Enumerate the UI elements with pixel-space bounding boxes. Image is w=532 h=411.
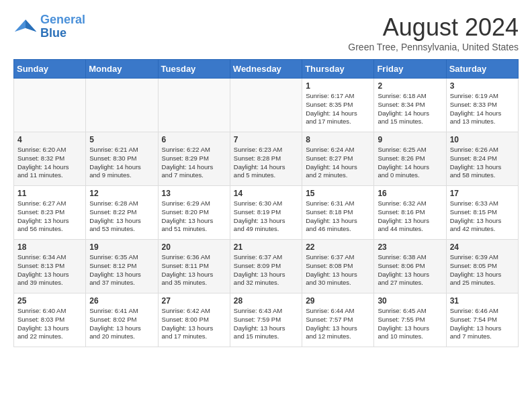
day-number: 6: [162, 135, 226, 144]
day-number: 28: [234, 296, 298, 306]
calendar-day-7: 7Sunrise: 6:23 AMSunset: 8:28 PMDaylight…: [230, 132, 302, 186]
day-number: 29: [306, 296, 370, 306]
day-info: Sunrise: 6:37 AMSunset: 8:08 PMDaylight:…: [306, 253, 370, 287]
day-number: 16: [378, 189, 442, 198]
logo: General Blue: [13, 13, 85, 40]
day-number: 1: [306, 81, 370, 91]
day-info: Sunrise: 6:27 AMSunset: 8:23 PMDaylight:…: [17, 199, 82, 234]
day-number: 3: [450, 81, 515, 91]
calendar-day-26: 26Sunrise: 6:41 AMSunset: 8:02 PMDayligh…: [86, 293, 158, 347]
calendar-day-25: 25Sunrise: 6:40 AMSunset: 8:03 PMDayligh…: [14, 293, 86, 347]
calendar-day-17: 17Sunrise: 6:33 AMSunset: 8:15 PMDayligh…: [446, 186, 518, 240]
day-number: 31: [450, 296, 515, 306]
day-number: 26: [89, 296, 154, 306]
day-number: 21: [234, 242, 298, 252]
calendar-day-31: 31Sunrise: 6:46 AMSunset: 7:54 PMDayligh…: [446, 293, 518, 347]
logo-icon: [13, 15, 38, 39]
day-info: Sunrise: 6:22 AMSunset: 8:29 PMDaylight:…: [162, 146, 226, 180]
calendar-day-3: 3Sunrise: 6:19 AMSunset: 8:33 PMDaylight…: [446, 79, 518, 132]
day-number: 5: [89, 135, 154, 144]
calendar-week-row: 11Sunrise: 6:27 AMSunset: 8:23 PMDayligh…: [14, 186, 519, 240]
calendar-day-21: 21Sunrise: 6:37 AMSunset: 8:09 PMDayligh…: [230, 240, 302, 293]
location: Green Tree, Pennsylvania, United States: [348, 42, 519, 52]
calendar-week-row: 18Sunrise: 6:34 AMSunset: 8:13 PMDayligh…: [14, 240, 519, 293]
page-header: General Blue August 2024 Green Tree, Pen…: [13, 13, 519, 52]
day-number: 24: [450, 242, 515, 252]
day-number: 9: [378, 135, 442, 144]
day-info: Sunrise: 6:41 AMSunset: 8:02 PMDaylight:…: [89, 307, 154, 341]
calendar-empty-cell: [230, 79, 302, 132]
calendar-day-13: 13Sunrise: 6:29 AMSunset: 8:20 PMDayligh…: [158, 186, 230, 240]
day-number: 19: [89, 242, 154, 252]
weekday-header-saturday: Saturday: [446, 60, 518, 79]
day-info: Sunrise: 6:40 AMSunset: 8:03 PMDaylight:…: [17, 307, 82, 341]
day-info: Sunrise: 6:23 AMSunset: 8:28 PMDaylight:…: [234, 146, 298, 180]
calendar-day-30: 30Sunrise: 6:45 AMSunset: 7:55 PMDayligh…: [374, 293, 446, 347]
month-title: August 2024: [348, 13, 519, 42]
weekday-header-wednesday: Wednesday: [230, 60, 302, 79]
calendar-day-22: 22Sunrise: 6:37 AMSunset: 8:08 PMDayligh…: [302, 240, 374, 293]
weekday-header-sunday: Sunday: [14, 60, 86, 79]
calendar-day-8: 8Sunrise: 6:24 AMSunset: 8:27 PMDaylight…: [302, 132, 374, 186]
day-number: 13: [162, 189, 226, 198]
calendar-day-15: 15Sunrise: 6:31 AMSunset: 8:18 PMDayligh…: [302, 186, 374, 240]
day-number: 23: [378, 242, 442, 252]
day-info: Sunrise: 6:24 AMSunset: 8:27 PMDaylight:…: [306, 146, 370, 180]
day-number: 18: [17, 242, 82, 252]
calendar-day-29: 29Sunrise: 6:44 AMSunset: 7:57 PMDayligh…: [302, 293, 374, 347]
calendar-day-20: 20Sunrise: 6:36 AMSunset: 8:11 PMDayligh…: [158, 240, 230, 293]
day-info: Sunrise: 6:37 AMSunset: 8:09 PMDaylight:…: [234, 253, 298, 287]
calendar-table: SundayMondayTuesdayWednesdayThursdayFrid…: [13, 59, 519, 347]
calendar-day-18: 18Sunrise: 6:34 AMSunset: 8:13 PMDayligh…: [14, 240, 86, 293]
day-number: 2: [378, 81, 442, 91]
day-number: 12: [89, 189, 154, 198]
calendar-empty-cell: [158, 79, 230, 132]
day-info: Sunrise: 6:19 AMSunset: 8:33 PMDaylight:…: [450, 92, 515, 126]
calendar-empty-cell: [86, 79, 158, 132]
day-info: Sunrise: 6:26 AMSunset: 8:24 PMDaylight:…: [450, 146, 515, 180]
day-info: Sunrise: 6:21 AMSunset: 8:30 PMDaylight:…: [89, 146, 154, 180]
calendar-day-23: 23Sunrise: 6:38 AMSunset: 8:06 PMDayligh…: [374, 240, 446, 293]
day-number: 27: [162, 296, 226, 306]
day-number: 10: [450, 135, 515, 144]
day-info: Sunrise: 6:45 AMSunset: 7:55 PMDaylight:…: [378, 307, 442, 341]
calendar-week-row: 1Sunrise: 6:17 AMSunset: 8:35 PMDaylight…: [14, 79, 519, 132]
day-info: Sunrise: 6:36 AMSunset: 8:11 PMDaylight:…: [162, 253, 226, 287]
title-block: August 2024 Green Tree, Pennsylvania, Un…: [348, 13, 519, 52]
calendar-day-16: 16Sunrise: 6:32 AMSunset: 8:16 PMDayligh…: [374, 186, 446, 240]
day-info: Sunrise: 6:31 AMSunset: 8:18 PMDaylight:…: [306, 199, 370, 234]
day-info: Sunrise: 6:17 AMSunset: 8:35 PMDaylight:…: [306, 92, 370, 126]
calendar-header-row: SundayMondayTuesdayWednesdayThursdayFrid…: [14, 60, 519, 79]
calendar-empty-cell: [14, 79, 86, 132]
day-info: Sunrise: 6:38 AMSunset: 8:06 PMDaylight:…: [378, 253, 442, 287]
day-number: 8: [306, 135, 370, 144]
calendar-day-27: 27Sunrise: 6:42 AMSunset: 8:00 PMDayligh…: [158, 293, 230, 347]
day-number: 17: [450, 189, 515, 198]
calendar-day-19: 19Sunrise: 6:35 AMSunset: 8:12 PMDayligh…: [86, 240, 158, 293]
day-number: 25: [17, 296, 82, 306]
day-info: Sunrise: 6:46 AMSunset: 7:54 PMDaylight:…: [450, 307, 515, 341]
weekday-header-tuesday: Tuesday: [158, 60, 230, 79]
calendar-week-row: 25Sunrise: 6:40 AMSunset: 8:03 PMDayligh…: [14, 293, 519, 347]
weekday-header-friday: Friday: [374, 60, 446, 79]
day-info: Sunrise: 6:44 AMSunset: 7:57 PMDaylight:…: [306, 307, 370, 341]
day-number: 11: [17, 189, 82, 198]
day-number: 7: [234, 135, 298, 144]
logo-text: General Blue: [40, 13, 85, 40]
day-number: 4: [17, 135, 82, 144]
weekday-header-monday: Monday: [86, 60, 158, 79]
day-info: Sunrise: 6:33 AMSunset: 8:15 PMDaylight:…: [450, 199, 515, 234]
calendar-day-10: 10Sunrise: 6:26 AMSunset: 8:24 PMDayligh…: [446, 132, 518, 186]
day-info: Sunrise: 6:20 AMSunset: 8:32 PMDaylight:…: [17, 146, 82, 180]
calendar-day-2: 2Sunrise: 6:18 AMSunset: 8:34 PMDaylight…: [374, 79, 446, 132]
day-info: Sunrise: 6:18 AMSunset: 8:34 PMDaylight:…: [378, 92, 442, 126]
weekday-header-thursday: Thursday: [302, 60, 374, 79]
day-number: 20: [162, 242, 226, 252]
calendar-day-28: 28Sunrise: 6:43 AMSunset: 7:59 PMDayligh…: [230, 293, 302, 347]
calendar-day-12: 12Sunrise: 6:28 AMSunset: 8:22 PMDayligh…: [86, 186, 158, 240]
calendar-day-9: 9Sunrise: 6:25 AMSunset: 8:26 PMDaylight…: [374, 132, 446, 186]
calendar-day-4: 4Sunrise: 6:20 AMSunset: 8:32 PMDaylight…: [14, 132, 86, 186]
day-info: Sunrise: 6:39 AMSunset: 8:05 PMDaylight:…: [450, 253, 515, 287]
calendar-day-1: 1Sunrise: 6:17 AMSunset: 8:35 PMDaylight…: [302, 79, 374, 132]
day-number: 14: [234, 189, 298, 198]
